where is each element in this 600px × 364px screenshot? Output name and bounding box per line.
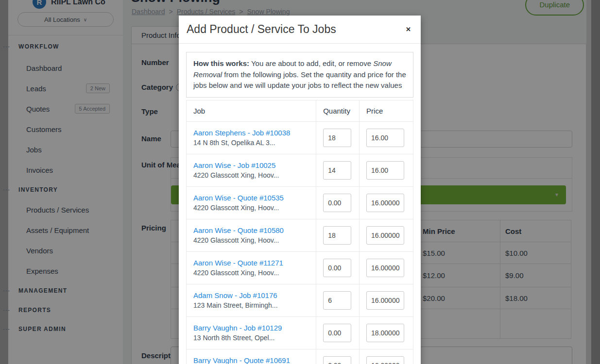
price-input[interactable]: [366, 291, 404, 310]
modal-header: Add Product / Service To Jobs ✕: [179, 16, 421, 44]
quantity-input[interactable]: [323, 194, 351, 212]
job-link[interactable]: Aaron Wise - Quote #10580: [193, 226, 309, 234]
price-column-header: Price: [360, 100, 413, 121]
table-row: Aaron Wise - Job #10025 4220 Glasscott X…: [187, 154, 413, 186]
modal-title: Add Product / Service To Jobs: [187, 23, 336, 36]
job-link[interactable]: Aaron Wise - Quote #10535: [193, 194, 309, 202]
quantity-input[interactable]: [323, 291, 351, 310]
price-input[interactable]: [366, 356, 404, 364]
table-row: Aaron Stephens - Job #10038 14 N 8th St,…: [187, 121, 413, 154]
job-address: 4220 Glasscott Xing, Hoov...: [193, 171, 309, 179]
jobs-table: Job Quantity Price Aaron Stephens - Job …: [186, 100, 413, 364]
howto-text-2: from the following jobs. Set the quantit…: [193, 70, 406, 90]
job-link[interactable]: Barry Vaughn - Quote #10691: [193, 356, 309, 364]
add-product-service-modal: Add Product / Service To Jobs ✕ How this…: [179, 16, 421, 364]
howto-bold-lead: How this works:: [193, 59, 249, 67]
jobs-table-header-row: Job Quantity Price: [187, 100, 413, 121]
price-input[interactable]: [366, 129, 404, 147]
job-address: 4220 Glasscott Xing, Hoov...: [193, 204, 309, 212]
quantity-input[interactable]: [323, 324, 351, 342]
job-address: 4220 Glasscott Xing, Hoov...: [193, 236, 309, 244]
job-link[interactable]: Aaron Stephens - Job #10038: [193, 129, 309, 137]
quantity-column-header: Quantity: [316, 100, 360, 121]
price-input[interactable]: [366, 194, 404, 212]
table-row: Aaron Wise - Quote #11271 4220 Glasscott…: [187, 251, 413, 284]
job-address: 4220 Glasscott Xing, Hoov...: [193, 269, 309, 277]
table-row: Barry Vaughn - Quote #10691 13 North 8th…: [187, 349, 413, 364]
job-address: 13 North 8th Street, Opel...: [193, 334, 309, 342]
job-link[interactable]: Adam Snow - Job #10176: [193, 291, 309, 299]
job-column-header: Job: [187, 100, 316, 121]
job-link[interactable]: Aaron Wise - Quote #11271: [193, 259, 309, 267]
table-row: Barry Vaughn - Job #10129 13 North 8th S…: [187, 316, 413, 349]
quantity-input[interactable]: [323, 259, 351, 277]
price-input[interactable]: [366, 324, 404, 342]
price-input[interactable]: [366, 226, 404, 245]
modal-body: How this works: You are about to add, ed…: [179, 44, 421, 364]
job-address: 14 N 8th St, Opelika AL 3...: [193, 139, 309, 147]
job-link[interactable]: Barry Vaughn - Job #10129: [193, 324, 309, 332]
app-root: R RIIPL Lawn Co All Locations ∨ --- WORK…: [0, 0, 600, 364]
quantity-input[interactable]: [323, 356, 351, 364]
howto-text-1: You are about to add, edit, or remove: [249, 59, 373, 67]
table-row: Aaron Wise - Quote #10535 4220 Glasscott…: [187, 186, 413, 219]
price-input[interactable]: [366, 259, 404, 277]
job-link[interactable]: Aaron Wise - Job #10025: [193, 161, 309, 169]
close-icon[interactable]: ✕: [406, 26, 411, 33]
quantity-input[interactable]: [323, 129, 351, 147]
job-address: 123 Main Street, Birmingh...: [193, 301, 309, 309]
table-row: Aaron Wise - Quote #10580 4220 Glasscott…: [187, 219, 413, 251]
quantity-input[interactable]: [323, 226, 351, 245]
price-input[interactable]: [366, 161, 404, 180]
table-row: Adam Snow - Job #10176 123 Main Street, …: [187, 284, 413, 316]
howto-note: How this works: You are about to add, ed…: [186, 52, 413, 98]
quantity-input[interactable]: [323, 161, 351, 180]
